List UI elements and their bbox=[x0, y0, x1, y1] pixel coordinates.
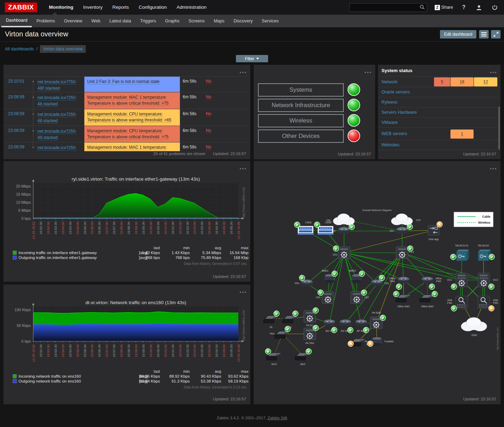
help-button[interactable]: ? bbox=[462, 4, 465, 10]
problem-ack-link[interactable]: No bbox=[206, 92, 227, 109]
problem-ack-link[interactable]: No bbox=[206, 77, 227, 92]
breadcrumb-current[interactable]: Virton data overview bbox=[40, 45, 86, 53]
problem-description-link[interactable]: Unit 2 Fan 3: Fan is not in normal state bbox=[84, 77, 180, 92]
traffic-graph-ens160[interactable]: 0 bps50 Kbps100 Kbps12-29 15:5215:52:301… bbox=[4, 285, 250, 394]
tab-dashboard[interactable]: Dashboard bbox=[1, 15, 32, 27]
zabbix-logo[interactable]: ZABBIX bbox=[5, 2, 37, 12]
svg-text:Wireless: Wireless bbox=[478, 221, 490, 224]
host-group-link[interactable]: WEB servers bbox=[382, 131, 407, 136]
tab-triggers[interactable]: Triggers bbox=[135, 15, 160, 27]
host-group-link[interactable]: VMware bbox=[382, 120, 398, 125]
main-menu: MonitoringInventoryReportsConfigurationA… bbox=[44, 0, 211, 15]
tab-latest-data[interactable]: Latest data bbox=[105, 15, 136, 27]
breadcrumb-all-dashboards[interactable]: All dashboards bbox=[5, 47, 34, 51]
tab-screens[interactable]: Screens bbox=[184, 15, 209, 27]
hamburger-icon bbox=[481, 32, 486, 36]
user-profile-icon[interactable] bbox=[476, 5, 482, 10]
problem-count-chip[interactable]: 16 bbox=[450, 77, 474, 86]
svg-text:Overall Network Diagram: Overall Network Diagram bbox=[362, 209, 392, 212]
tab-overview[interactable]: Overview bbox=[59, 15, 87, 27]
problems-count: 25 of 41 problems are shown bbox=[153, 152, 205, 156]
host-group-link[interactable]: Ryleevo bbox=[382, 100, 397, 105]
share-button[interactable]: Z Share bbox=[435, 5, 453, 10]
svg-text:Office: Office bbox=[435, 277, 442, 280]
problem-duration: 6m 58s bbox=[180, 92, 206, 109]
svg-text:0 bps: 0 bps bbox=[21, 216, 31, 220]
tab-problems[interactable]: Problems bbox=[32, 15, 59, 27]
widget-menu-button[interactable] bbox=[364, 68, 371, 75]
menu-item-configuration[interactable]: Configuration bbox=[134, 0, 172, 15]
search-icon[interactable] bbox=[420, 5, 425, 10]
tab-services[interactable]: Services bbox=[257, 15, 283, 27]
svg-text:16:04:30: 16:04:30 bbox=[215, 222, 218, 234]
group-box-network-infrastructure[interactable]: Network Infrastructure bbox=[258, 99, 344, 112]
tab-graphs[interactable]: Graphs bbox=[161, 15, 184, 27]
widget-menu-button[interactable] bbox=[239, 288, 246, 294]
menu-item-administration[interactable]: Administration bbox=[172, 0, 212, 15]
host-group-link[interactable]: Servers Hardware bbox=[382, 110, 417, 115]
active-menu-caret bbox=[52, 12, 57, 15]
problem-time-link[interactable]: 23:09:59 bbox=[4, 109, 30, 126]
menu-item-reports[interactable]: Reports bbox=[107, 0, 134, 15]
host-group-link[interactable]: Oracle servers bbox=[382, 90, 410, 94]
widget-menu-button[interactable] bbox=[489, 68, 496, 75]
filter-button[interactable]: Filter bbox=[236, 55, 268, 62]
problem-description-link[interactable]: Management module: MAC 1 temperature: Te… bbox=[84, 142, 180, 151]
host-group-link[interactable]: Network bbox=[382, 79, 398, 84]
search-input[interactable] bbox=[349, 3, 427, 12]
problem-count-chip[interactable]: 5 bbox=[434, 77, 450, 86]
page-header: Virton data overview Edit dashboard All … bbox=[0, 27, 504, 65]
svg-text:min: min bbox=[183, 369, 190, 373]
svg-text:51.3 Kbps: 51.3 Kbps bbox=[172, 379, 190, 383]
zabbix-sia-link[interactable]: Zabbix SIA bbox=[268, 416, 287, 420]
problem-time-link[interactable]: 23:10:01 bbox=[4, 77, 30, 92]
graph-widget-ether1: 0 bps5 Mbps10 Mbps15 Mbps20 Mbps12-29 15… bbox=[4, 161, 250, 282]
tab-discovery[interactable]: Discovery bbox=[229, 15, 257, 27]
widget-menu-button[interactable] bbox=[239, 68, 246, 75]
problem-duration: 6m 56s bbox=[180, 77, 206, 92]
host-group-link[interactable]: Websites bbox=[382, 142, 399, 147]
group-box-other-devices[interactable]: Other Devices bbox=[258, 130, 344, 143]
problem-duration: 6m 58s bbox=[180, 142, 206, 151]
menu-item-inventory[interactable]: Inventory bbox=[78, 0, 107, 15]
tab-maps[interactable]: Maps bbox=[209, 15, 229, 27]
problem-count-chip[interactable]: 1 bbox=[450, 130, 474, 139]
edit-dashboard-button[interactable]: Edit dashboard bbox=[440, 30, 476, 38]
tab-web[interactable]: Web bbox=[87, 15, 105, 27]
problem-ack-link[interactable]: No bbox=[206, 109, 227, 126]
network-map[interactable]: OSLYTPCSN1CSN2IG1IG2Peer AppCE1CE2TACACS… bbox=[254, 161, 500, 404]
dashboard-menu-button[interactable] bbox=[479, 30, 489, 38]
problem-host-link[interactable]: net.brocade.icx7250-48.stacked bbox=[37, 126, 84, 142]
svg-text:12-29 15:52: 12-29 15:52 bbox=[31, 344, 35, 362]
svg-text:Outgoing network traffic on en: Outgoing network traffic on ens160 bbox=[19, 379, 81, 383]
scrollbar[interactable] bbox=[498, 107, 500, 149]
logout-icon[interactable] bbox=[492, 5, 498, 10]
share-z-icon: Z bbox=[435, 5, 440, 10]
problem-ack-link[interactable]: No bbox=[206, 126, 227, 142]
widget-menu-button[interactable] bbox=[239, 164, 246, 171]
fullscreen-button[interactable] bbox=[491, 30, 500, 38]
svg-text:15:55:30: 15:55:30 bbox=[83, 222, 87, 234]
problem-host-link[interactable]: net.brocade.icx7250-48.stacked bbox=[37, 109, 84, 126]
menu-item-monitoring[interactable]: Monitoring bbox=[44, 0, 78, 15]
traffic-graph-ether1[interactable]: 0 bps5 Mbps10 Mbps15 Mbps20 Mbps12-29 15… bbox=[4, 161, 250, 271]
problem-time-link[interactable]: 23:09:59 bbox=[4, 126, 30, 142]
problem-description-link[interactable]: Management module: MAC 1 temperature: Te… bbox=[84, 92, 180, 109]
problem-description-link[interactable]: Management module: CPU temperature: Temp… bbox=[84, 126, 180, 142]
problem-time-link[interactable]: 23:09:59 bbox=[4, 92, 30, 109]
problem-ack-link[interactable]: No bbox=[206, 142, 227, 151]
group-box-systems[interactable]: Systems bbox=[258, 83, 344, 97]
problem-count-chip[interactable]: 12 bbox=[474, 77, 497, 86]
problem-host-link[interactable]: net.brocade.icx7250-48.stacked bbox=[37, 92, 84, 109]
problem-host-link[interactable]: net.brocade.icx7750-48F.stacked bbox=[37, 77, 84, 92]
svg-text:15:58:30: 15:58:30 bbox=[127, 344, 131, 357]
svg-text:768 bps: 768 bps bbox=[175, 255, 190, 260]
problems-updated: Updated: 23:16:57 bbox=[213, 152, 246, 156]
widget-menu-button[interactable] bbox=[489, 164, 496, 171]
svg-text:15:52:30: 15:52:30 bbox=[39, 344, 43, 357]
problem-time-link[interactable]: 23:09:59 bbox=[4, 142, 30, 151]
group-box-wireless[interactable]: Wireless bbox=[258, 114, 344, 127]
problem-host-link[interactable]: net.brocade.icx7250-48.stacked bbox=[37, 142, 84, 151]
problem-description-link[interactable]: Management module: CPU temperature: Temp… bbox=[84, 109, 180, 126]
status-light-red bbox=[348, 130, 360, 142]
